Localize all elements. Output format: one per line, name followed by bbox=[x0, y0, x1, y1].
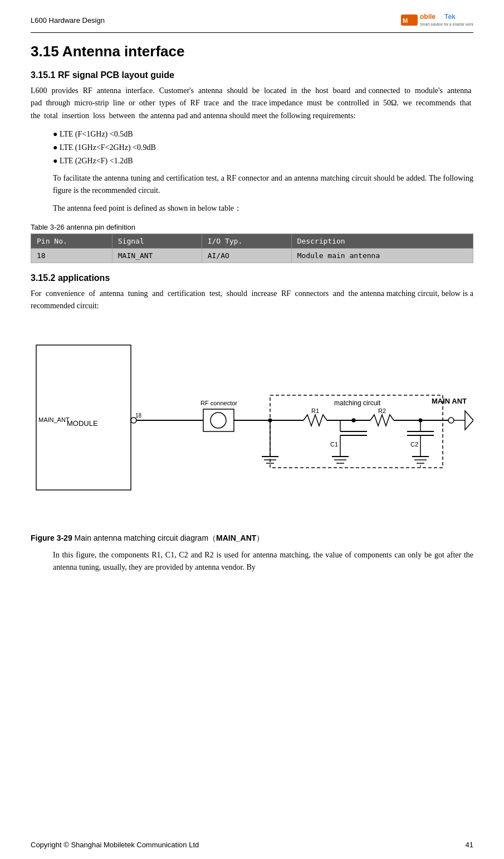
cell-desc: Module main antenna bbox=[291, 248, 473, 263]
bullet-item-2: LTE (1GHz<F<2GHz) <0.9dB bbox=[53, 141, 473, 154]
bottom-para: In this figure, the components R1, C1, C… bbox=[53, 549, 473, 574]
svg-text:matching circuit: matching circuit bbox=[334, 399, 381, 407]
svg-text:M: M bbox=[403, 17, 408, 24]
pin-definition-table: Pin No. Signal I/O Typ. Description 18 M… bbox=[31, 234, 473, 263]
subsection1-title: 3.15.1 RF signal PCB layout guide bbox=[31, 70, 473, 80]
svg-text:C2: C2 bbox=[410, 441, 418, 448]
page: L600 Hardware Design M obile Tek Smart s… bbox=[0, 0, 504, 859]
page-footer: Copyright © Shanghai Mobiletek Communica… bbox=[31, 841, 473, 849]
figure-caption-bold: MAIN_ANT bbox=[216, 533, 256, 542]
svg-text:RF connector: RF connector bbox=[200, 400, 237, 406]
table-row: 18 MAIN_ANT AI/AO Module main antenna bbox=[31, 248, 473, 263]
svg-text:R1: R1 bbox=[311, 407, 319, 414]
subsection1-para1: L600 provides RF antenna interface. Cust… bbox=[31, 85, 473, 122]
svg-text:18: 18 bbox=[135, 412, 142, 419]
col-header-desc: Description bbox=[291, 234, 473, 248]
svg-text:Tek: Tek bbox=[444, 13, 456, 21]
bullet-item-1: LTE (F<1GHz) <0.5dB bbox=[53, 128, 473, 141]
section-title: 3.15 Antenna interface bbox=[31, 43, 473, 60]
svg-text:obile: obile bbox=[420, 13, 436, 21]
company-logo: M obile Tek Smart solution for a smarter… bbox=[401, 11, 473, 29]
cell-pin-no: 18 bbox=[31, 248, 112, 263]
svg-point-52 bbox=[352, 418, 356, 422]
cell-signal: MAIN_ANT bbox=[112, 248, 202, 263]
table-caption: Table 3-26 antenna pin definition bbox=[31, 223, 473, 231]
figure-caption-post: ） bbox=[256, 533, 264, 542]
header-title: L600 Hardware Design bbox=[31, 16, 105, 25]
svg-text:MODULE: MODULE bbox=[67, 419, 98, 428]
svg-text:MAIN_ANT: MAIN_ANT bbox=[38, 416, 70, 423]
bullet-list: LTE (F<1GHz) <0.5dB LTE (1GHz<F<2GHz) <0… bbox=[53, 128, 473, 167]
bullet-item-3: LTE (2GHz<F) <1.2dB bbox=[53, 154, 473, 168]
subsection1-para2: To facilitate the antenna tuning and cer… bbox=[53, 172, 473, 197]
svg-text:C1: C1 bbox=[330, 441, 338, 448]
figure-caption-text: Main antenna matching circuit diagram（ bbox=[75, 533, 216, 542]
figure-caption: Figure 3-29 Main antenna matching circui… bbox=[31, 533, 473, 543]
svg-text:R2: R2 bbox=[378, 407, 386, 414]
col-header-signal: Signal bbox=[112, 234, 202, 248]
circuit-svg: MODULE MAIN_ANT 18 RF connector bbox=[31, 323, 473, 529]
svg-point-47 bbox=[448, 418, 454, 423]
figure-area: MODULE MAIN_ANT 18 RF connector bbox=[31, 323, 473, 543]
logo-svg: M obile Tek Smart solution for a smarter… bbox=[401, 11, 473, 29]
svg-point-13 bbox=[211, 412, 226, 428]
svg-text:MAIN ANT: MAIN ANT bbox=[432, 397, 467, 405]
svg-text:Smart solution for a smarter w: Smart solution for a smarter world bbox=[420, 22, 473, 26]
page-number: 41 bbox=[466, 841, 473, 849]
col-header-pin: Pin No. bbox=[31, 234, 112, 248]
subsection2-title: 3.15.2 applications bbox=[31, 273, 473, 283]
circuit-diagram: MODULE MAIN_ANT 18 RF connector bbox=[31, 323, 473, 529]
cell-io: AI/AO bbox=[202, 248, 291, 263]
feed-point-text: The antenna feed point is defined as sho… bbox=[53, 202, 473, 215]
col-header-io: I/O Typ. bbox=[202, 234, 291, 248]
figure-caption-label: Figure 3-29 bbox=[31, 533, 72, 542]
subsection2-para1: For convenience of antenna tuning and ce… bbox=[31, 288, 473, 313]
svg-marker-49 bbox=[465, 411, 473, 430]
page-header: L600 Hardware Design M obile Tek Smart s… bbox=[31, 11, 473, 33]
table-header-row: Pin No. Signal I/O Typ. Description bbox=[31, 234, 473, 248]
copyright-text: Copyright © Shanghai Mobiletek Communica… bbox=[31, 841, 199, 849]
